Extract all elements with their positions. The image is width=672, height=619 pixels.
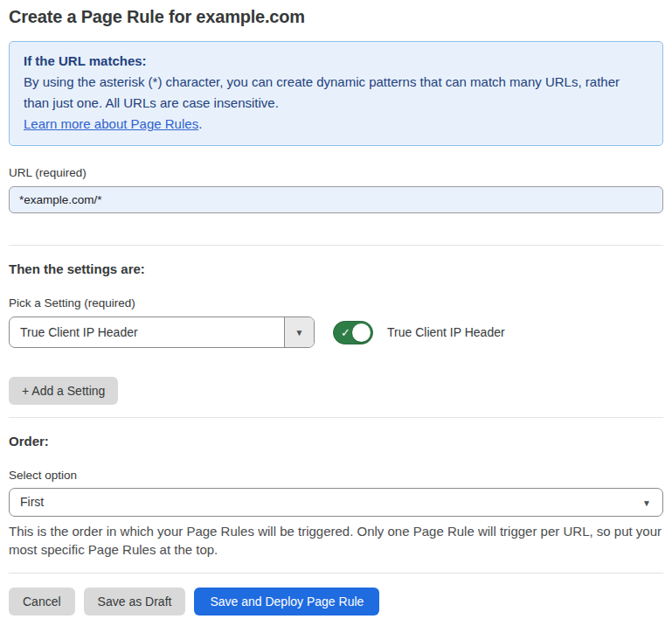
toggle-label: True Client IP Header xyxy=(387,325,505,339)
dropdown-arrow-button[interactable]: ▼ xyxy=(284,317,314,347)
url-input[interactable] xyxy=(9,186,663,213)
chevron-down-icon: ▼ xyxy=(295,328,304,337)
order-section-heading: Order: xyxy=(9,434,663,449)
create-page-rule-form: Create a Page Rule for example.com If th… xyxy=(0,0,672,619)
setting-picker-dropdown[interactable]: True Client IP Header ▼ xyxy=(9,316,315,348)
save-as-draft-button[interactable]: Save as Draft xyxy=(84,588,186,616)
info-box-heading: If the URL matches: xyxy=(24,51,648,72)
url-field-label: URL (required) xyxy=(9,166,663,179)
order-dropdown-value: First xyxy=(10,489,662,516)
order-help-text: This is the order in which your Page Rul… xyxy=(9,522,663,559)
info-box-body: By using the asterisk (*) character, you… xyxy=(24,72,648,114)
add-setting-button[interactable]: + Add a Setting xyxy=(9,377,118,405)
cancel-button[interactable]: Cancel xyxy=(9,588,75,616)
settings-section-heading: Then the settings are: xyxy=(9,261,663,276)
order-select-label: Select option xyxy=(9,469,663,482)
order-dropdown[interactable]: First ▼ xyxy=(9,488,663,517)
info-box-link-line: Learn more about Page Rules. xyxy=(24,114,648,135)
url-match-info-box: If the URL matches: By using the asteris… xyxy=(9,41,663,146)
link-suffix: . xyxy=(198,116,202,131)
checkmark-icon: ✓ xyxy=(341,327,350,338)
chevron-down-icon: ▼ xyxy=(642,497,651,507)
learn-more-link[interactable]: Learn more about Page Rules xyxy=(24,116,198,131)
section-divider xyxy=(9,245,663,246)
footer-divider xyxy=(9,573,663,574)
setting-picker-value: True Client IP Header xyxy=(10,317,284,347)
setting-row: True Client IP Header ▼ ✓ True Client IP… xyxy=(9,316,663,348)
section-divider xyxy=(9,417,663,418)
true-client-ip-toggle[interactable]: ✓ xyxy=(333,321,373,344)
setting-picker-label: Pick a Setting (required) xyxy=(9,296,663,310)
page-title: Create a Page Rule for example.com xyxy=(9,7,663,27)
footer-actions: Cancel Save as Draft Save and Deploy Pag… xyxy=(9,588,663,616)
save-and-deploy-button[interactable]: Save and Deploy Page Rule xyxy=(194,588,379,616)
toggle-knob xyxy=(352,323,371,342)
